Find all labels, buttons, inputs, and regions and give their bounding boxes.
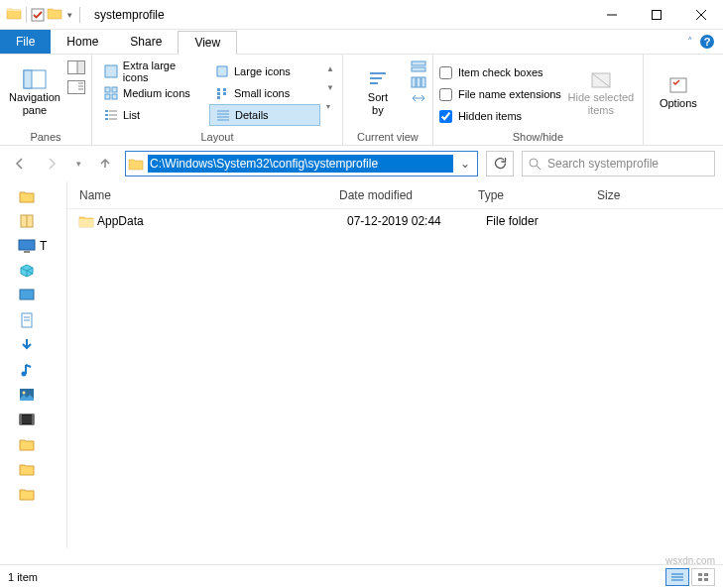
group-by-button[interactable] [411, 60, 426, 72]
back-button[interactable] [8, 152, 32, 176]
recent-dropdown[interactable]: ▾ [71, 152, 85, 176]
large-icons-toggle[interactable] [691, 568, 715, 586]
sidebar-item-folder2[interactable] [18, 435, 36, 453]
sidebar-item-folder1[interactable] [18, 187, 36, 205]
tab-home[interactable]: Home [51, 30, 114, 54]
svg-point-61 [23, 392, 26, 395]
add-columns-button[interactable] [411, 76, 426, 88]
details-view-toggle[interactable] [665, 568, 689, 586]
file-name-extensions[interactable]: File name extensions [439, 84, 561, 104]
file-list: Name Date modified Type Size AppData 07-… [67, 181, 723, 548]
svg-rect-41 [412, 77, 416, 87]
sidebar-item-archive[interactable] [18, 212, 36, 230]
help-icon[interactable]: ? [699, 34, 715, 50]
sidebar-videos[interactable] [18, 411, 36, 428]
search-input[interactable]: Search systemprofile [522, 151, 715, 176]
sidebar-3d[interactable] [18, 262, 36, 280]
group-layout: Extra large icons Large icons Medium ico… [92, 55, 343, 145]
sort-by-button[interactable]: Sort by [349, 60, 407, 126]
hide-selected-button[interactable]: Hide selected items [565, 60, 637, 126]
layout-scroll-down[interactable]: ▼ [326, 83, 334, 92]
sidebar-this-pc[interactable]: T [18, 237, 47, 255]
desktop-icon [18, 287, 36, 304]
svg-point-59 [22, 372, 27, 377]
table-row[interactable]: AppData 07-12-2019 02:44 File folder [67, 209, 723, 233]
options-button[interactable]: Options [650, 60, 707, 126]
sidebar-music[interactable] [18, 361, 36, 379]
column-headers[interactable]: Name Date modified Type Size [67, 181, 723, 209]
collapse-ribbon-icon[interactable]: ˄ [687, 36, 693, 49]
address-bar[interactable]: C:\Windows\System32\config\systemprofile… [125, 151, 478, 176]
up-button[interactable] [93, 152, 117, 176]
qat: ▾ [0, 6, 82, 23]
layout-more[interactable]: ▾ [326, 102, 334, 111]
layout-extra-large[interactable]: Extra large icons [98, 60, 209, 82]
group-panes-label: Panes [6, 130, 85, 144]
layout-medium[interactable]: Medium icons [98, 82, 209, 104]
navigation-pane-button[interactable]: Navigation pane [6, 60, 63, 126]
tab-share[interactable]: Share [114, 30, 178, 54]
details-pane-button[interactable] [67, 80, 85, 94]
svg-rect-63 [20, 414, 22, 424]
sidebar-desktop[interactable] [18, 287, 36, 304]
hidden-items[interactable]: Hidden items [439, 106, 561, 126]
col-modified[interactable]: Date modified [327, 188, 466, 202]
music-icon [18, 361, 36, 379]
qat-dropdown-icon[interactable]: ▾ [64, 10, 75, 20]
col-name[interactable]: Name [67, 188, 327, 202]
layout-details[interactable]: Details [209, 104, 320, 126]
row-modified: 07-12-2019 02:44 [335, 214, 474, 228]
col-type[interactable]: Type [466, 188, 585, 202]
svg-rect-53 [24, 251, 30, 253]
group-options: Options [644, 55, 713, 145]
file-menu[interactable]: File [0, 30, 51, 54]
preview-pane-button[interactable] [67, 60, 85, 74]
group-current-view-label: Current view [349, 130, 426, 144]
refresh-button[interactable] [486, 151, 514, 176]
maximize-button[interactable] [634, 0, 678, 30]
svg-rect-11 [68, 81, 85, 94]
svg-rect-43 [422, 77, 425, 87]
sidebar-item-folder3[interactable] [18, 460, 36, 478]
col-size[interactable]: Size [585, 188, 664, 202]
svg-rect-8 [24, 70, 32, 88]
archive-icon [18, 212, 36, 230]
address-dropdown-icon[interactable]: ⌄ [453, 157, 477, 171]
svg-rect-39 [412, 61, 425, 65]
forward-button[interactable] [40, 152, 63, 176]
group-layout-label: Layout [98, 130, 336, 144]
size-columns-button[interactable] [411, 92, 426, 104]
layout-list[interactable]: List [98, 104, 209, 126]
layout-scroll-up[interactable]: ▲ [326, 64, 334, 73]
svg-rect-2 [652, 10, 661, 19]
layout-large[interactable]: Large icons [209, 60, 320, 82]
svg-rect-52 [19, 240, 35, 250]
svg-rect-30 [105, 118, 108, 120]
sidebar-item-folder4[interactable] [18, 485, 36, 503]
layout-small[interactable]: Small icons [209, 82, 320, 104]
picture-icon [18, 386, 36, 404]
watermark: wsxdn.com [665, 555, 715, 566]
checkbox-icon[interactable] [31, 8, 45, 22]
minimize-button[interactable] [589, 0, 634, 30]
sidebar-downloads[interactable] [18, 336, 36, 354]
svg-rect-62 [20, 414, 34, 424]
folder-icon [75, 214, 97, 228]
navigation-tree[interactable]: T [0, 181, 67, 548]
sort-by-label: Sort by [368, 91, 388, 117]
options-label: Options [660, 97, 697, 110]
svg-rect-19 [105, 94, 110, 99]
sidebar-pictures[interactable] [18, 386, 36, 404]
sidebar-documents[interactable] [18, 311, 36, 329]
item-check-boxes[interactable]: Item check boxes [439, 62, 561, 82]
svg-text:?: ? [704, 36, 711, 48]
address-path[interactable]: C:\Windows\System32\config\systemprofile [148, 155, 453, 173]
row-name: AppData [97, 214, 335, 228]
folder-icon [18, 460, 36, 478]
close-button[interactable] [678, 0, 723, 30]
menu-bar: File Home Share View ˄ ? [0, 30, 723, 55]
svg-rect-24 [223, 88, 226, 91]
svg-rect-18 [112, 87, 117, 92]
tab-view[interactable]: View [178, 31, 237, 55]
search-placeholder: Search systemprofile [547, 157, 659, 171]
